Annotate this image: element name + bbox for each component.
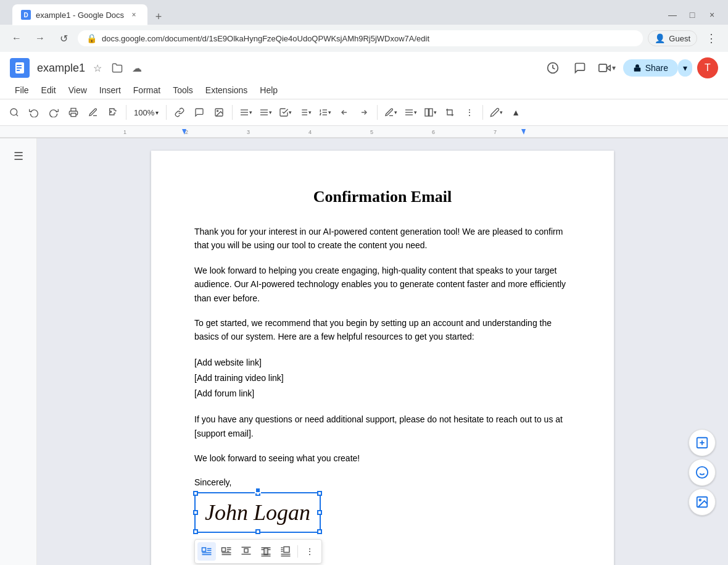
share-label: Share <box>645 63 668 73</box>
menu-edit[interactable]: Edit <box>36 83 61 98</box>
search-toolbar-btn[interactable] <box>5 103 23 122</box>
video-button[interactable]: ▾ <box>596 57 618 79</box>
share-dropdown-button[interactable]: ▾ <box>678 59 692 77</box>
numbered-list-btn[interactable]: ▾ <box>315 103 334 122</box>
svg-point-8 <box>10 109 17 115</box>
training-link[interactable]: [Add training video link] <box>194 370 571 386</box>
handle-tr[interactable] <box>317 491 322 496</box>
paragraph-3[interactable]: To get started, we recommend that you be… <box>194 316 571 344</box>
image-wrap-text-button[interactable] <box>217 542 236 561</box>
menu-extensions[interactable]: Extensions <box>201 83 252 98</box>
tab-close-button[interactable]: × <box>129 10 139 20</box>
insert-image-btn[interactable] <box>210 103 228 122</box>
increase-indent-btn[interactable] <box>355 103 373 122</box>
docs-title-icons: ☆ ☁ <box>90 61 144 75</box>
menu-insert[interactable]: Insert <box>94 83 126 98</box>
svg-rect-33 <box>425 109 428 116</box>
print-btn[interactable] <box>64 103 83 122</box>
maximize-button[interactable]: □ <box>684 6 701 23</box>
zoom-selector[interactable]: 100% ▾ <box>130 106 162 120</box>
docs-page-area[interactable]: Confirmation Email Thank you for your in… <box>37 138 728 565</box>
expand-toolbar-btn[interactable]: ▲ <box>507 103 525 122</box>
address-bar[interactable]: 🔒 docs.google.com/document/d/1sE9OlkaHyn… <box>78 30 643 46</box>
line-spacing-btn[interactable]: ▾ <box>256 103 275 122</box>
forward-button[interactable]: → <box>31 29 49 48</box>
smart-reply-button[interactable] <box>689 459 716 486</box>
redo-btn[interactable] <box>44 103 63 122</box>
menu-view[interactable]: View <box>64 83 92 98</box>
docs-right-buttons <box>689 429 716 516</box>
text-align-btn2[interactable]: ▾ <box>401 103 420 122</box>
image-more-options-button[interactable]: ⋮ <box>300 542 319 561</box>
history-button[interactable] <box>542 57 564 79</box>
farewell-paragraph[interactable]: We look forward to seeing what you creat… <box>194 451 571 465</box>
folder-icon[interactable] <box>110 61 125 75</box>
docs-filename[interactable]: example1 <box>37 62 85 75</box>
user-avatar[interactable]: T <box>697 57 718 78</box>
decrease-indent-btn[interactable] <box>335 103 354 122</box>
sincerely-text[interactable]: Sincerely, <box>194 477 571 487</box>
signature-area: John Logan <box>194 492 321 533</box>
star-icon[interactable]: ☆ <box>90 61 105 75</box>
link-btn[interactable] <box>170 103 189 122</box>
handle-br[interactable] <box>317 529 322 534</box>
signature-selection-handle-top[interactable] <box>255 487 261 493</box>
forum-link[interactable]: [Add forum link] <box>194 386 571 401</box>
checklist-btn[interactable]: ▾ <box>276 103 294 122</box>
handle-bl[interactable] <box>193 529 198 534</box>
handle-ml[interactable] <box>193 510 198 515</box>
handle-mr[interactable] <box>317 510 322 515</box>
close-window-button[interactable]: × <box>703 6 721 23</box>
new-tab-button[interactable]: + <box>150 8 167 25</box>
editing-mode-btn[interactable]: ▾ <box>487 103 505 122</box>
active-browser-tab[interactable]: D example1 - Google Docs × <box>12 4 147 25</box>
spell-check-btn[interactable] <box>84 103 102 122</box>
tab-title: example1 - Google Docs <box>36 10 124 20</box>
image-behind-text-button[interactable] <box>257 542 275 561</box>
back-button[interactable]: ← <box>7 29 26 48</box>
handle-mb[interactable] <box>255 529 260 534</box>
insert-comment-btn[interactable] <box>190 103 209 122</box>
toolbar-separator-5 <box>482 105 483 120</box>
document-title[interactable]: Confirmation Email <box>194 188 571 206</box>
website-link[interactable]: [Add website link] <box>194 355 571 370</box>
refresh-button[interactable]: ↺ <box>54 29 73 48</box>
svg-rect-50 <box>222 548 226 551</box>
closing-paragraph[interactable]: If you have any questions or need additi… <box>194 412 571 440</box>
signature-image[interactable]: John Logan <box>194 492 321 533</box>
menu-format[interactable]: Format <box>128 83 165 98</box>
browser-more-button[interactable]: ⋮ <box>702 29 721 48</box>
highlight-btn[interactable]: ▾ <box>381 103 400 122</box>
cloud-save-icon[interactable]: ☁ <box>130 61 144 75</box>
image-inline-button[interactable] <box>197 542 216 561</box>
menu-help[interactable]: Help <box>255 83 283 98</box>
minimize-button[interactable]: — <box>664 6 681 23</box>
image-break-text-button[interactable] <box>237 542 255 561</box>
toolbar-separator-2 <box>166 105 167 120</box>
image-front-text-button[interactable] <box>276 542 295 561</box>
undo-btn[interactable] <box>25 103 43 122</box>
docs-toolbar: 100% ▾ ▾ ▾ ▾ ▾ ▾ <box>0 99 728 126</box>
bullet-list-btn[interactable]: ▾ <box>296 103 314 122</box>
svg-marker-44 <box>521 129 526 135</box>
align-btn[interactable]: ▾ <box>236 103 255 122</box>
toolbar-more-btn[interactable]: ⋮ <box>460 103 479 122</box>
paragraph-1[interactable]: Thank you for your interest in our AI-po… <box>194 225 571 253</box>
menu-tools[interactable]: Tools <box>168 83 198 98</box>
menu-file[interactable]: File <box>10 83 34 98</box>
column-btn[interactable]: ▾ <box>421 103 439 122</box>
comment-button[interactable] <box>569 57 591 79</box>
svg-rect-56 <box>244 549 248 553</box>
docs-header: example1 ☆ ☁ ▾ <box>0 52 728 82</box>
browser-navbar: ← → ↺ 🔒 docs.google.com/document/d/1sE9O… <box>0 25 728 52</box>
image-action-button[interactable] <box>689 488 716 516</box>
outline-toggle-button[interactable]: ☰ <box>10 146 27 167</box>
handle-tl[interactable] <box>193 491 198 496</box>
crop-btn[interactable] <box>441 103 459 122</box>
profile-button[interactable]: 👤 Guest <box>648 30 697 46</box>
paint-format-btn[interactable] <box>104 103 122 122</box>
share-button[interactable]: Share <box>623 59 678 77</box>
paragraph-2[interactable]: We look forward to helping you create en… <box>194 264 571 305</box>
browser-chrome: D example1 - Google Docs × + — □ × ← → ↺… <box>0 0 728 52</box>
add-emoji-button[interactable] <box>689 429 716 456</box>
